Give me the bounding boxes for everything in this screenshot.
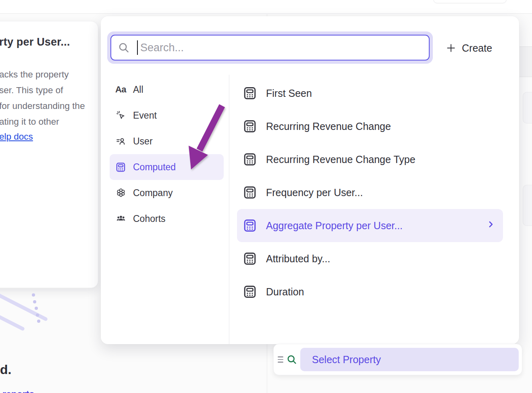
clipped-right-panel: [520, 46, 532, 77]
tooltip-line: ating it to other: [0, 114, 85, 130]
grip-lines-icon[interactable]: [278, 356, 283, 363]
text-caret: [137, 40, 138, 55]
tooltip-line: ser. This type of: [0, 82, 85, 98]
category-label: User: [133, 136, 153, 147]
calculator-icon: [243, 218, 257, 233]
clipped-page-link-text: reports: [2, 389, 34, 393]
decorative-dot: [35, 307, 38, 310]
category-company[interactable]: Company: [110, 180, 224, 206]
calculator-icon: [243, 86, 257, 100]
property-recurring-revenue-change-type[interactable]: Recurring Revenue Change Type: [237, 143, 503, 176]
search-field[interactable]: [110, 35, 430, 61]
category-user[interactable]: User: [110, 128, 224, 154]
plus-icon: [446, 43, 456, 53]
category-list: Aa All Event User: [110, 77, 224, 232]
property-label: First Seen: [266, 88, 312, 99]
decorative-dot: [33, 300, 36, 303]
green-search-icon: [286, 354, 297, 365]
company-cluster-icon: [115, 188, 126, 199]
calculator-icon: [115, 162, 126, 173]
popover-column-divider: [229, 75, 229, 344]
tooltip-line: acks the property: [0, 67, 85, 82]
decorative-dot: [32, 293, 35, 297]
property-first-seen[interactable]: First Seen: [237, 77, 503, 110]
property-duration[interactable]: Duration: [237, 275, 503, 308]
category-label: All: [133, 84, 143, 95]
calculator-icon: [243, 119, 257, 134]
decorative-dot: [37, 320, 40, 323]
property-tooltip-card: rty per User... acks the property ser. T…: [0, 21, 98, 288]
category-label: Computed: [133, 162, 176, 173]
user-list-icon: [115, 136, 126, 147]
property-frequency-per-user[interactable]: Frequency per User...: [237, 176, 503, 209]
horizontal-divider: [0, 13, 532, 14]
category-label: Cohorts: [133, 213, 166, 224]
category-all[interactable]: Aa All: [110, 77, 224, 102]
help-docs-link[interactable]: elp docs: [0, 132, 33, 142]
property-label: Aggregate Property per User...: [266, 220, 403, 232]
property-attributed-by[interactable]: Attributed by...: [237, 242, 503, 275]
property-recurring-revenue-change[interactable]: Recurring Revenue Change: [237, 110, 503, 143]
decorative-dot: [36, 314, 39, 317]
category-computed[interactable]: Computed: [110, 154, 224, 180]
clipped-top-button[interactable]: [433, 0, 507, 3]
calculator-icon: [243, 284, 257, 299]
calculator-icon: [243, 251, 257, 266]
property-label: Duration: [266, 286, 304, 298]
calculator-icon: [243, 152, 257, 167]
create-button-label: Create: [462, 42, 492, 54]
property-label: Recurring Revenue Change: [266, 121, 391, 132]
text-aa-icon: Aa: [115, 84, 126, 95]
property-selector-field: Select Property: [273, 344, 522, 375]
clipped-page-link[interactable]: reports: [2, 389, 51, 393]
clipped-right-card: [523, 92, 532, 123]
event-click-icon: [115, 110, 126, 121]
search-input[interactable]: [140, 42, 429, 54]
select-property-button[interactable]: Select Property: [300, 348, 519, 371]
property-aggregate-property-per-user[interactable]: Aggregate Property per User...: [237, 209, 503, 242]
category-event[interactable]: Event: [110, 102, 224, 128]
property-label: Frequency per User...: [266, 187, 363, 199]
property-selector-popover: Create Aa All Event User: [101, 16, 519, 344]
clipped-page-heading: d.: [0, 362, 11, 377]
calculator-icon: [243, 185, 257, 200]
tooltip-description: acks the property ser. This type of for …: [0, 67, 85, 130]
category-cohorts[interactable]: Cohorts: [110, 206, 224, 232]
clipped-right-card: [523, 185, 532, 226]
property-list: First Seen Recurring Revenue Change Recu…: [237, 77, 503, 308]
select-property-label: Select Property: [312, 354, 381, 366]
category-label: Company: [133, 188, 172, 199]
cohorts-people-icon: [115, 213, 126, 224]
property-label: Recurring Revenue Change Type: [266, 154, 416, 165]
tooltip-title: rty per User...: [0, 36, 70, 48]
category-label: Event: [133, 110, 157, 121]
create-button[interactable]: Create: [446, 39, 492, 57]
search-focus-ring: [107, 31, 433, 64]
chevron-right-icon: [487, 219, 495, 232]
search-icon: [118, 42, 130, 54]
property-label: Attributed by...: [266, 253, 330, 265]
tooltip-line: for understanding the: [0, 98, 85, 114]
